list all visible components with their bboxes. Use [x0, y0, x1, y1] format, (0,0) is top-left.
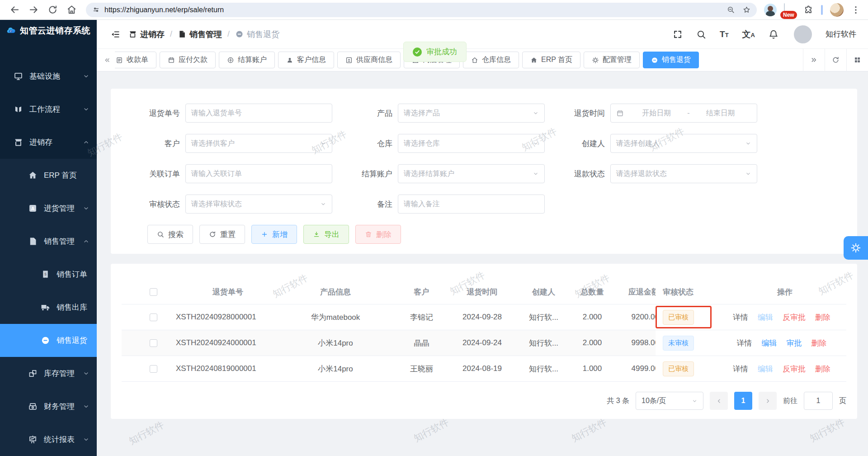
- add-button[interactable]: 新增: [251, 225, 297, 244]
- row-checkbox[interactable]: [150, 314, 157, 321]
- product-select[interactable]: 请选择产品: [398, 104, 545, 123]
- browser-toolbar: https://zhiguanyun.net/erp/sale/return N…: [0, 0, 868, 20]
- tabs-refresh-icon[interactable]: [825, 49, 846, 71]
- page-size-select[interactable]: 10条/页: [636, 392, 703, 410]
- username[interactable]: 知行软件: [826, 29, 856, 39]
- extensions-puzzle-icon[interactable]: [804, 5, 814, 15]
- breadcrumb-invoicing[interactable]: 进销存: [128, 29, 165, 40]
- browser-reload-icon[interactable]: [45, 3, 60, 17]
- row-checkbox[interactable]: [150, 365, 157, 373]
- browser-home-icon[interactable]: [64, 3, 79, 17]
- url-text[interactable]: https://zhiguanyun.net/erp/sale/return: [104, 6, 722, 14]
- extension-with-badge[interactable]: New: [784, 4, 797, 16]
- breadcrumb-sales-return[interactable]: 销售退货: [235, 29, 279, 40]
- tab-supplier-info[interactable]: 供应商信息: [337, 52, 401, 68]
- tabs-scroll-left-icon[interactable]: [99, 57, 115, 64]
- action-plain[interactable]: 详情: [733, 364, 748, 374]
- user-avatar[interactable]: [794, 25, 812, 43]
- action-danger[interactable]: 删除: [815, 312, 830, 323]
- search-icon[interactable]: [696, 29, 706, 39]
- action-disabled[interactable]: 编辑: [758, 364, 773, 374]
- breadcrumb-sales-mgmt[interactable]: 销售管理: [178, 29, 222, 40]
- site-info-icon[interactable]: [92, 6, 100, 14]
- sidebar-invoicing-icon: [14, 138, 23, 147]
- next-page-icon[interactable]: [759, 392, 777, 410]
- sidebar-item-erp-home[interactable]: ERP 首页: [0, 159, 97, 192]
- sidebar-item-report-stats[interactable]: 统计报表: [0, 423, 97, 456]
- sidebar-item-label: 进货管理: [44, 203, 75, 214]
- sidebar-collapse-icon[interactable]: [110, 29, 120, 39]
- tab-settle-account[interactable]: 结算账户: [219, 52, 275, 68]
- delete-button[interactable]: 删除: [355, 225, 401, 244]
- return-time-daterange[interactable]: 开始日期-结束日期: [610, 104, 757, 123]
- sidebar-item-sales-mgmt[interactable]: 销售管理: [0, 225, 97, 258]
- row-checkbox[interactable]: [150, 339, 157, 347]
- remark-input[interactable]: [398, 195, 545, 214]
- tab-sales-return[interactable]: 销售退货: [643, 52, 699, 68]
- action-plain[interactable]: 详情: [737, 338, 752, 348]
- export-button[interactable]: 导出: [303, 225, 349, 244]
- reset-button[interactable]: 重置: [199, 225, 245, 244]
- add-icon: [261, 231, 268, 238]
- customer-select[interactable]: 请选择供客户: [185, 134, 332, 153]
- action-plain[interactable]: 详情: [733, 312, 748, 323]
- tab-payable-debt[interactable]: 应付欠款: [160, 52, 216, 68]
- font-size-icon[interactable]: TT: [720, 29, 729, 39]
- sidebar-item-workflow[interactable]: 工作流程: [0, 93, 97, 126]
- warehouse-select[interactable]: 请选择仓库: [398, 134, 545, 153]
- audit-status-select[interactable]: 请选择审核状态: [185, 195, 332, 214]
- tab-settle-account-icon: [227, 57, 234, 64]
- prev-page-icon[interactable]: [710, 392, 728, 410]
- creator-select[interactable]: 请选择创建人: [610, 134, 757, 153]
- address-bar[interactable]: https://zhiguanyun.net/erp/sale/return: [86, 3, 757, 17]
- bookmark-star-icon[interactable]: [743, 6, 750, 14]
- tabs-layout-icon[interactable]: [846, 49, 868, 71]
- refund-status-select[interactable]: 请选择退款状态: [610, 164, 757, 183]
- action-danger[interactable]: 反审批: [783, 312, 806, 323]
- tab-receipt-doc[interactable]: 收款单: [115, 52, 156, 68]
- sidebar-item-sales-order[interactable]: $销售订单: [0, 258, 97, 291]
- sidebar-item-invoicing[interactable]: 进销存: [0, 126, 97, 159]
- browser-back-icon[interactable]: [7, 3, 22, 17]
- chevron-down-icon: [533, 110, 539, 116]
- extension-avatar-icon[interactable]: [764, 4, 777, 16]
- sidebar-item-sales-return[interactable]: 销售退货: [0, 324, 97, 357]
- tab-warehouse-info[interactable]: 仓库信息: [463, 52, 519, 68]
- screen: https://zhiguanyun.net/erp/sale/return N…: [0, 0, 868, 456]
- sidebar-item-stock-mgmt[interactable]: 库存管理: [0, 357, 97, 390]
- action-link[interactable]: 审批: [787, 338, 802, 348]
- action-danger[interactable]: 反审批: [783, 364, 806, 374]
- tab-customer-info[interactable]: 客户信息: [278, 52, 334, 68]
- sidebar-item-purchase-mgmt[interactable]: A进货管理: [0, 192, 97, 225]
- zoom-out-icon[interactable]: [727, 6, 735, 14]
- browser-menu-icon[interactable]: [851, 5, 861, 15]
- sidebar-item-infrastructure[interactable]: 基础设施: [0, 60, 97, 93]
- button-label: 搜索: [168, 229, 184, 240]
- tab-config-mgmt[interactable]: 配置管理: [584, 52, 640, 68]
- tabs-scroll-right-icon[interactable]: [803, 49, 825, 71]
- sidebar: Z 知管云进销存系统 基础设施工作流程进销存ERP 首页A进货管理销售管理$销售…: [0, 20, 97, 456]
- settings-fab[interactable]: [844, 236, 868, 260]
- sidebar-item-finance-mgmt[interactable]: 财务管理: [0, 390, 97, 423]
- select-all-checkbox[interactable]: [150, 288, 157, 296]
- fullscreen-icon[interactable]: [673, 29, 683, 39]
- goto-page-input[interactable]: [804, 392, 833, 410]
- action-danger[interactable]: 删除: [811, 338, 827, 348]
- notification-bell-icon[interactable]: [769, 29, 778, 39]
- tab-erp-home[interactable]: ERP 首页: [522, 52, 580, 68]
- return-no-input[interactable]: [185, 104, 332, 123]
- action-link[interactable]: 编辑: [762, 338, 777, 348]
- current-page[interactable]: 1: [734, 392, 752, 410]
- language-icon[interactable]: 文A: [742, 28, 755, 40]
- browser-forward-icon[interactable]: [26, 3, 41, 17]
- related-order-input[interactable]: [185, 164, 332, 183]
- toolbar-separator: [821, 5, 823, 15]
- cell-date: 2024-09-28: [452, 313, 512, 322]
- action-danger[interactable]: 删除: [815, 364, 830, 374]
- search-button[interactable]: 搜索: [147, 225, 193, 244]
- sidebar-item-sales-outbound[interactable]: 销售出库: [0, 291, 97, 324]
- browser-profile-avatar[interactable]: [830, 3, 844, 17]
- settle-account-select[interactable]: 请选择结算账户: [398, 164, 545, 183]
- action-disabled[interactable]: 编辑: [758, 312, 773, 323]
- sidebar-sales-outbound-icon: [41, 303, 50, 312]
